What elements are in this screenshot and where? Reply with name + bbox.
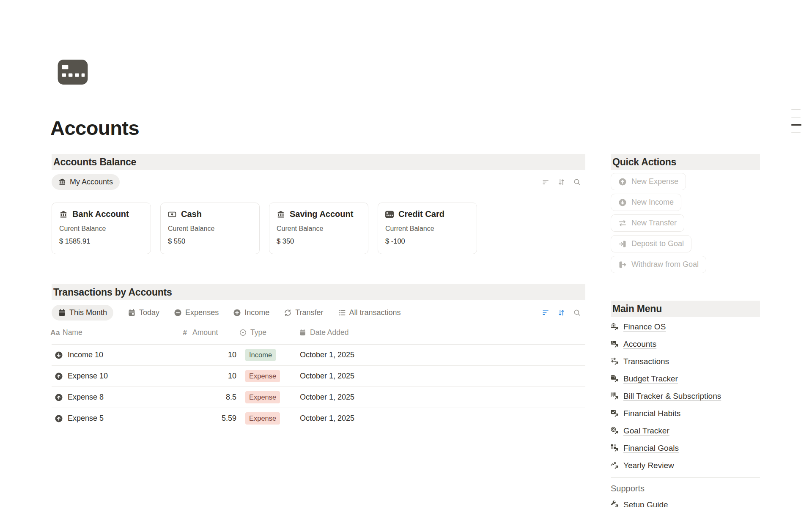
sort-icon[interactable] [557,178,565,186]
transactions-filter-tab[interactable]: Expenses [174,305,219,321]
accounts-balance-header: Accounts Balance [52,154,585,170]
table-row[interactable]: Expense 8 8.5 Expense October 1, 2025 [52,387,585,408]
main-menu-title: Main Menu [612,303,662,315]
view-tab-my-accounts[interactable]: My Accounts [52,174,120,190]
transaction-amount: 8.5 [181,393,239,402]
tab-label: This Month [69,308,107,317]
menu-item-icon [611,427,619,435]
transactions-filter-tab[interactable]: Today [128,305,159,321]
quick-action-button[interactable]: New Income [611,194,681,211]
quick-action-label: New Income [631,198,674,207]
quick-action-icon [618,240,627,248]
account-card[interactable]: Bank Account Curent Balance $ 1585.91 [52,203,151,254]
balance-value: $ -100 [385,237,469,245]
transaction-name: Expense 10 [68,372,108,381]
balance-label: Curent Balance [277,225,361,233]
column-header[interactable]: Type [239,328,299,337]
transactions-table: Aa Name # Amount Type Date Added Income … [52,321,585,429]
transactions-filter-tab[interactable]: All transactions [338,305,401,321]
main-menu-item[interactable]: Bill Tracker & Subscriptions [611,387,760,405]
transactions-filter-tab[interactable]: This Month [52,305,113,321]
main-menu-item[interactable]: Yearly Review [611,457,760,474]
page-title[interactable]: Accounts [50,116,139,140]
main-menu-item[interactable]: Financial Goals [611,439,760,457]
quick-action-button[interactable]: Withdraw from Goal [611,256,706,273]
outline-tick[interactable] [791,132,801,133]
table-row[interactable]: Expense 5 5.59 Expense October 1, 2025 [52,408,585,429]
column-label: Amount [192,328,218,337]
transaction-name-cell[interactable]: Expense 5 [52,414,181,423]
outline-tick[interactable] [791,117,801,118]
main-menu-item[interactable]: Transactions [611,353,760,370]
outline-indicator[interactable] [791,109,801,140]
transaction-date: October 1, 2025 [299,351,585,359]
account-card[interactable]: Saving Account Curent Balance $ 350 [269,203,368,254]
quick-actions-list: New Expense New Income New Transfer Depo… [611,173,760,273]
main-menu-item[interactable]: Financial Habits [611,405,760,422]
menu-item-icon [611,461,619,469]
type-badge: Expense [245,412,280,424]
column-header[interactable]: Aa Name [52,328,181,337]
table-row[interactable]: Expense 10 10 Expense October 1, 2025 [52,366,585,387]
account-name: Credit Card [398,209,444,219]
column-header[interactable]: # Amount [181,328,239,337]
quick-action-label: Withdraw from Goal [631,260,699,269]
menu-item-label: Budget Tracker [623,374,678,384]
quick-action-button[interactable]: Deposit to Goal [611,235,691,252]
page-icon credit-card-icon[interactable] [57,60,88,85]
column-header[interactable]: Date Added [299,328,585,337]
account-cards-row: Bank Account Curent Balance $ 1585.91 Ca… [52,203,585,254]
account-type-icon [168,210,176,219]
search-icon[interactable] [573,309,581,317]
outline-tick-active[interactable] [791,124,801,126]
outline-tick[interactable] [791,109,801,110]
transaction-type-cell: Expense [239,412,299,424]
quick-action-icon [618,219,627,227]
view-tab-label: My Accounts [70,178,113,186]
column-label: Date Added [310,328,348,337]
quick-action-label: New Expense [631,177,678,186]
table-row[interactable]: Income 10 10 Income October 1, 2025 [52,345,585,366]
transaction-date: October 1, 2025 [299,414,585,423]
transaction-name-cell[interactable]: Expense 10 [52,372,181,381]
quick-action-button[interactable]: New Transfer [611,214,684,232]
sort-icon[interactable] [557,309,565,317]
column-type-icon [239,329,247,336]
menu-item-icon [611,340,619,348]
transaction-name-cell[interactable]: Expense 8 [52,393,181,402]
transactions-title: Transactions by Accounts [53,287,172,298]
transaction-name-cell[interactable]: Income 10 [52,351,181,359]
transaction-type-cell: Expense [239,370,299,382]
quick-action-icon [618,260,627,269]
main-menu-item[interactable]: Budget Tracker [611,370,760,387]
quick-action-button[interactable]: New Expense [611,173,686,190]
column-type-icon: Aa [52,329,59,336]
transaction-name: Expense 8 [68,393,104,402]
main-menu-item[interactable]: Accounts [611,335,760,353]
transactions-filter-tab[interactable]: Income [233,305,269,321]
tab-icon [58,309,66,317]
quick-action-label: Deposit to Goal [631,239,684,248]
search-icon[interactable] [573,178,581,186]
account-card-head: Bank Account [59,209,143,219]
supports-title: Supports [611,483,760,493]
account-card[interactable]: Credit Card Current Balance $ -100 [378,203,477,254]
transaction-type-cell: Income [239,349,299,361]
main-menu-item[interactable]: Goal Tracker [611,422,760,439]
account-card-head: Credit Card [385,209,469,219]
main-menu-item[interactable]: Finance OS [611,318,760,335]
tab-icon [284,309,292,317]
transactions-filter-tab[interactable]: Transfer [284,305,323,321]
supports-item[interactable]: Setup Guide [611,500,760,507]
filter-icon[interactable] [542,309,550,317]
tab-icon [338,309,346,317]
account-card[interactable]: Cash Curent Balance $ 550 [160,203,260,254]
filter-icon[interactable] [542,178,550,186]
tab-label: Expenses [185,308,219,317]
menu-item-icon [611,392,619,400]
transactions-toolbar: This Month Today Expenses Income Transfe… [52,305,585,321]
menu-item-label: Bill Tracker & Subscriptions [623,392,721,401]
balance-label: Curent Balance [59,225,143,233]
table-body: Income 10 10 Income October 1, 2025 Expe… [52,345,585,429]
transaction-name: Expense 5 [68,414,104,423]
